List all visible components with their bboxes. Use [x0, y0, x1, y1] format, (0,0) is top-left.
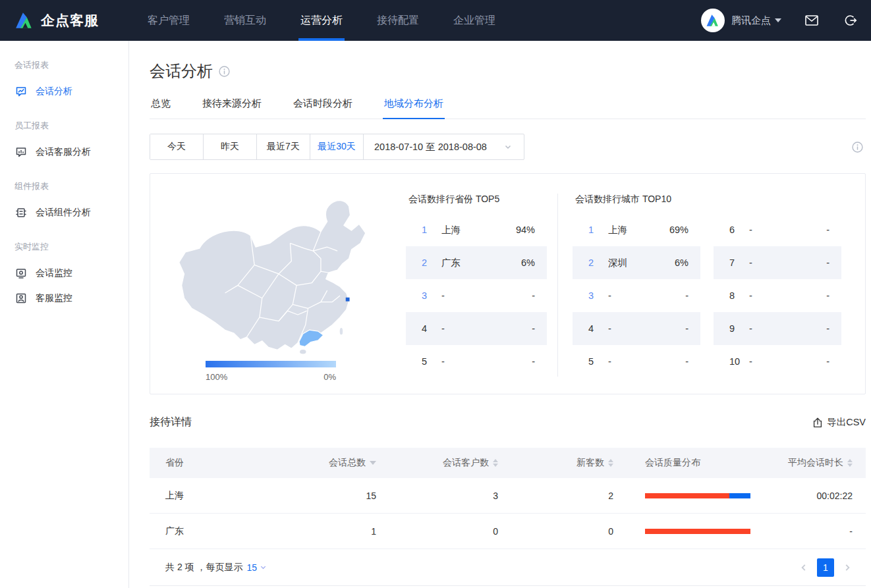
page-head: 会话分析 — [150, 61, 866, 82]
cell-total: 15 — [284, 491, 376, 501]
province-ranking: 会话数排行省份 TOP5 1 上海 94% 2 广东 6% 3 - - — [406, 174, 547, 394]
sidebar-item-label: 会话监控 — [36, 267, 72, 279]
map-region-shanghai[interactable] — [346, 298, 350, 302]
sidebar-item-session-analysis[interactable]: 会话分析 — [0, 79, 128, 104]
rank-value: - — [826, 356, 829, 367]
rank-row: 7 - - — [714, 246, 841, 279]
rank-name: - — [744, 323, 826, 334]
col-province[interactable]: 省份 — [165, 457, 284, 469]
rank-row: 4 - - — [573, 312, 700, 345]
group-title: 组件报表 — [0, 174, 128, 200]
rank-number: 7 — [729, 257, 744, 268]
date-range-picker[interactable]: 2018-07-10 至 2018-08-08 — [364, 134, 524, 159]
china-map[interactable] — [159, 190, 397, 356]
sidebar-item-label: 会话组件分析 — [36, 207, 91, 219]
rank-name: 广东 — [436, 257, 521, 269]
chevron-down-icon[interactable] — [260, 564, 267, 571]
map-region-taiwan[interactable] — [339, 327, 343, 335]
section-title: 接待详情 — [150, 415, 192, 429]
nav-item-operations[interactable]: 运营分析 — [283, 0, 360, 41]
pagination: 1 — [796, 558, 855, 577]
chevron-down-icon — [504, 143, 512, 151]
sidebar-item-session-monitor[interactable]: 会话监控 — [0, 261, 128, 286]
logout-icon[interactable] — [842, 13, 858, 28]
group-title: 实时监控 — [0, 234, 128, 261]
sort-desc-icon[interactable] — [370, 461, 376, 465]
col-session-customers[interactable]: 会话客户数 — [376, 457, 498, 469]
sort-icon[interactable] — [608, 459, 613, 467]
primary-nav: 客户管理 营销互动 运营分析 接待配置 企业管理 — [130, 0, 513, 41]
filter-last7days-button[interactable]: 最近7天 — [257, 134, 310, 159]
rank-row: 9 - - — [714, 312, 841, 345]
export-label: 导出CSV — [827, 416, 866, 429]
sidebar-item-agent-monitor[interactable]: 客服监控 — [0, 286, 128, 311]
rank-name: - — [603, 323, 685, 334]
rank-number: 4 — [588, 323, 603, 334]
rank-name: - — [744, 225, 826, 235]
rank-number: 2 — [422, 257, 436, 268]
account-menu[interactable]: 腾讯企点 — [731, 14, 781, 27]
tab-source-analysis[interactable]: 接待来源分析 — [201, 92, 263, 119]
sidebar-item-label: 客服监控 — [36, 292, 72, 304]
nav-item-reception[interactable]: 接待配置 — [360, 0, 436, 41]
rank-row: 2 广东 6% — [406, 246, 547, 279]
mail-icon[interactable] — [804, 13, 820, 28]
sidebar-group-session-reports: 会话报表 会话分析 — [0, 53, 128, 104]
reception-detail-table: 省份 会话总数 会话客户数 新客数 会话质量分布 平均会话时长 上海 — [150, 448, 866, 586]
table-row[interactable]: 上海 15 3 2 00:02:22 — [150, 478, 866, 514]
sidebar-item-label: 会话分析 — [36, 86, 72, 97]
table-row[interactable]: 广东 1 0 0 - — [150, 514, 866, 549]
rank-value: 94% — [516, 225, 535, 235]
col-quality-distribution: 会话质量分布 — [613, 457, 765, 469]
sidebar-group-realtime-monitor: 实时监控 会话监控 客服监控 — [0, 234, 128, 311]
rank-row: 5 - - — [406, 345, 547, 378]
sort-icon[interactable] — [847, 459, 853, 467]
row-count-text: 共 2 项 ，每页显示 — [165, 562, 242, 574]
sidebar-group-staff-reports: 员工报表 会话客服分析 — [0, 113, 128, 165]
export-icon — [812, 417, 824, 429]
navbar-right: 腾讯企点 — [701, 9, 858, 32]
legend-min-label: 0% — [323, 372, 336, 382]
filter-today-button[interactable]: 今天 — [150, 134, 204, 159]
cell-avg-duration: 00:02:22 — [765, 491, 853, 501]
rank-name: - — [744, 290, 826, 301]
tab-region-analysis[interactable]: 地域分布分析 — [383, 92, 445, 119]
next-page-button[interactable] — [839, 560, 855, 575]
info-icon[interactable] — [219, 66, 230, 77]
rank-row: 1 上海 94% — [406, 213, 547, 246]
rank-number: 2 — [588, 257, 603, 268]
rank-number: 3 — [588, 290, 603, 301]
prev-page-button[interactable] — [796, 560, 812, 575]
col-new-customers[interactable]: 新客数 — [498, 457, 613, 469]
nav-item-marketing[interactable]: 营销互动 — [207, 0, 283, 41]
rank-row: 3 - - — [573, 279, 700, 312]
map-legend: 100% 0% — [206, 361, 336, 382]
sidebar-item-agent-session-analysis[interactable]: 会话客服分析 — [0, 140, 128, 165]
page-1-button[interactable]: 1 — [817, 558, 834, 577]
region-distribution-panel: 100% 0% 会话数排行省份 TOP5 1 上海 94% 2 广东 6% — [150, 173, 866, 394]
info-icon[interactable] — [852, 142, 863, 153]
page-size-select[interactable]: 15 — [246, 562, 257, 573]
nav-item-enterprise[interactable]: 企业管理 — [436, 0, 513, 41]
rank-name: 深圳 — [603, 257, 675, 269]
tab-time-analysis[interactable]: 会话时段分析 — [292, 92, 354, 119]
account-name: 腾讯企点 — [731, 14, 771, 27]
cell-province: 广东 — [165, 525, 284, 537]
filter-last30days-button[interactable]: 最近30天 — [310, 134, 364, 159]
map-region-hainan[interactable] — [299, 349, 306, 354]
avatar[interactable] — [701, 9, 725, 32]
nav-item-customer[interactable]: 客户管理 — [130, 0, 207, 41]
col-avg-duration[interactable]: 平均会话时长 — [765, 457, 853, 469]
col-total-sessions[interactable]: 会话总数 — [284, 457, 376, 469]
rank-value: 69% — [669, 225, 688, 235]
cell-avg-duration: - — [765, 526, 853, 537]
analysis-tabs: 总览 接待来源分析 会话时段分析 地域分布分析 — [150, 92, 866, 119]
sort-icon[interactable] — [493, 459, 498, 467]
filter-yesterday-button[interactable]: 昨天 — [204, 134, 257, 159]
tab-overview[interactable]: 总览 — [150, 92, 172, 119]
main-content: 会话分析 总览 接待来源分析 会话时段分析 地域分布分析 今天 昨天 最近7天 … — [130, 41, 871, 588]
rank-name: - — [744, 356, 826, 367]
sidebar-item-component-analysis[interactable]: 会话组件分析 — [0, 200, 128, 225]
export-csv-button[interactable]: 导出CSV — [812, 416, 866, 429]
rank-value: - — [685, 290, 688, 301]
